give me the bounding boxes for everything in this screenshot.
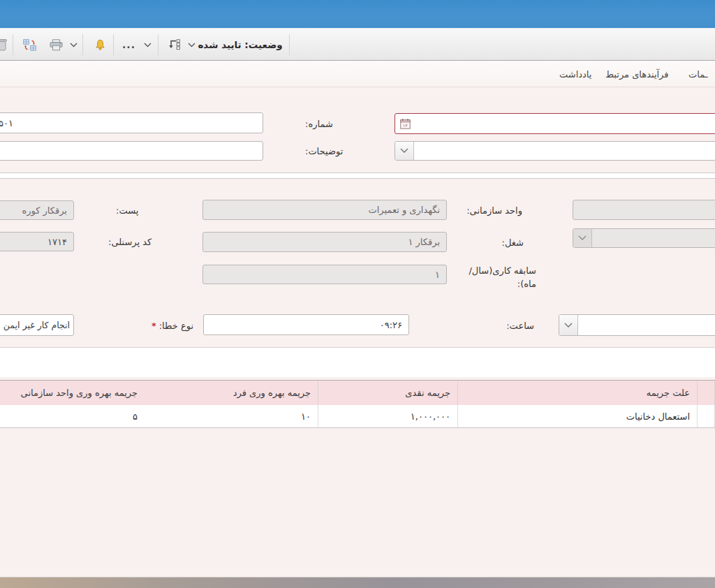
- cell-extra: [698, 405, 715, 427]
- clipped-right-field-1: [573, 200, 715, 220]
- main-toolbar: وضعیت: تایید شده ...: [0, 28, 715, 61]
- printer-icon: [49, 39, 64, 51]
- hour-field[interactable]: ۰۹:۲۶: [203, 314, 409, 335]
- org-unit-label: واحد سازمانی:: [466, 205, 522, 216]
- experience-field: ۱: [202, 265, 447, 284]
- clipped-right-select: [573, 228, 715, 248]
- ellipsis-label: ...: [122, 39, 135, 50]
- hour-label: ساعت:: [506, 321, 534, 331]
- status-badge: وضعیت: تایید شده: [193, 29, 288, 61]
- chevron-down-icon: [144, 43, 152, 47]
- cell-reason: استعمال دخانیات: [458, 405, 698, 427]
- cell-cash: ۱,۰۰۰,۰۰۰: [318, 405, 458, 427]
- penalties-table-row[interactable]: استعمال دخانیات ۱,۰۰۰,۰۰۰ ۱۰ ۵: [0, 405, 715, 428]
- toolbar-separator: [113, 34, 114, 55]
- chevron-down-icon[interactable]: [395, 142, 414, 160]
- header-cell-org-unit: جریمه بهره وری واحد سازمانی: [0, 381, 145, 405]
- toolbar-separator: [289, 34, 290, 55]
- bottom-taskbar: [0, 577, 715, 588]
- clipped-toolbar-button[interactable]: [0, 29, 11, 61]
- hour-value: ۰۹:۲۶: [380, 320, 402, 330]
- penalties-table-header: علت جریمه جریمه نقدی جریمه بهره وری فرد …: [0, 381, 715, 405]
- window-titlebar: [0, 0, 715, 28]
- personnel-code-field: ۱۷۱۴: [0, 232, 74, 251]
- number-field[interactable]: ۵۰۱: [0, 112, 263, 133]
- tab-note[interactable]: یادداشت: [559, 61, 591, 87]
- print-dropdown-button[interactable]: [45, 29, 81, 61]
- workflow-icon: [168, 39, 181, 50]
- trash-icon: [0, 38, 8, 52]
- descriptions-label: توضیحات:: [305, 146, 343, 156]
- status-text: وضعیت: تایید شده: [198, 39, 282, 50]
- date-field[interactable]: ۱۲: [395, 113, 715, 134]
- post-field: برقکار کوره: [0, 200, 74, 220]
- job-label: شغل:: [502, 237, 524, 248]
- notifications-button[interactable]: [87, 29, 113, 61]
- chevron-down-icon: [573, 229, 592, 247]
- header-cell-reason: علت جریمه: [458, 381, 698, 405]
- svg-text:۱۲: ۱۲: [403, 123, 408, 128]
- cell-individual: ۱۰: [145, 405, 318, 427]
- error-type-field[interactable]: انجام کار غیر ایمن: [0, 314, 74, 336]
- job-value: برقکار ۱: [408, 237, 440, 247]
- job-field: برقکار ۱: [202, 232, 447, 252]
- table-spacer: [0, 347, 715, 377]
- more-actions-button[interactable]: ...: [117, 29, 156, 61]
- org-unit-field: نگهداری و تعمیرات: [202, 200, 447, 220]
- toolbar-separator: [158, 34, 159, 55]
- descriptions-field[interactable]: [0, 141, 263, 161]
- post-label: پست:: [116, 205, 138, 216]
- workflow-dropdown-button[interactable]: [161, 29, 202, 61]
- number-label: شماره:: [305, 119, 333, 129]
- personnel-code-label: کد پرسنلی:: [108, 237, 152, 247]
- org-unit-value: نگهداری و تعمیرات: [368, 205, 440, 215]
- header-cell-cash: جریمه نقدی: [318, 381, 458, 405]
- post-value: برقکار کوره: [22, 205, 67, 216]
- calendar-icon[interactable]: ۱۲: [400, 119, 411, 129]
- tab-related-processes[interactable]: فرآیندهای مرتبط: [605, 61, 669, 87]
- swap-view-button[interactable]: [15, 29, 43, 61]
- error-type-value: انجام کار غیر ایمن: [3, 320, 70, 330]
- header-cell-extra: [698, 381, 715, 405]
- section-splitter[interactable]: [0, 172, 715, 179]
- toolbar-separator: [82, 34, 83, 55]
- descriptions-select[interactable]: [395, 141, 715, 161]
- app-window: وضعیت: تایید شده ...: [0, 0, 715, 588]
- chevron-down-icon: [70, 43, 78, 47]
- personnel-code-value: ۱۷۱۴: [47, 237, 67, 247]
- experience-label: سابقه کاری(سال/ماه):: [452, 264, 536, 291]
- required-asterisk: *: [152, 321, 156, 331]
- header-cell-individual: جریمه بهره وری فرد: [145, 381, 318, 405]
- experience-value: ۱: [435, 270, 440, 280]
- chevron-down-icon: [188, 43, 196, 47]
- number-value: ۵۰۱: [0, 118, 13, 128]
- cell-org-unit: ۵: [0, 405, 145, 427]
- bell-icon: [94, 39, 106, 51]
- swap-panels-icon: [23, 39, 36, 51]
- chevron-down-icon[interactable]: [559, 315, 578, 335]
- error-type-label: نوع خطا:*: [152, 321, 193, 331]
- hour-select[interactable]: [559, 314, 715, 336]
- toolbar-separator: [13, 34, 13, 55]
- tab-clipped[interactable]: ـمات: [688, 61, 708, 87]
- tab-strip: ـمات فرآیندهای مرتبط یادداشت: [0, 61, 715, 87]
